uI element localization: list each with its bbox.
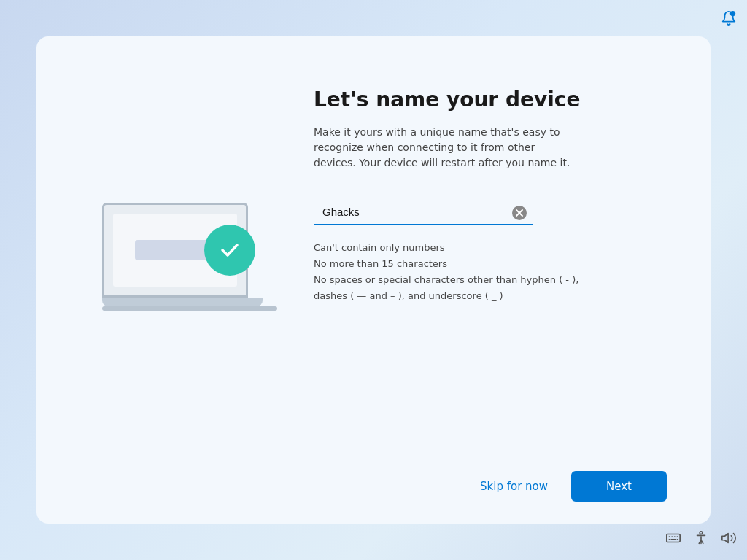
- illustration-area: [80, 80, 285, 442]
- page-title: Let's name your device: [314, 88, 667, 112]
- taskbar-icons: [665, 530, 737, 550]
- laptop-base: [102, 298, 263, 306]
- card-body: Let's name your device Make it yours wit…: [36, 36, 711, 456]
- rules-list: Can't contain only numbers No more than …: [314, 240, 605, 304]
- device-name-input[interactable]: [314, 200, 533, 225]
- check-badge: [204, 225, 255, 276]
- main-card: Let's name your device Make it yours wit…: [36, 36, 711, 524]
- laptop-illustration: [102, 203, 263, 319]
- accessibility-icon[interactable]: [693, 530, 709, 550]
- keyboard-icon[interactable]: [665, 530, 681, 550]
- card-footer: Skip for now Next: [36, 456, 711, 524]
- svg-rect-3: [667, 534, 680, 542]
- skip-for-now-button[interactable]: Skip for now: [468, 472, 560, 500]
- svg-point-11: [700, 532, 703, 534]
- rule-2: No more than 15 characters: [314, 256, 605, 272]
- laptop-bottom: [102, 306, 277, 311]
- clear-input-button[interactable]: [512, 206, 527, 220]
- rule-1: Can't contain only numbers: [314, 240, 605, 256]
- speaker-icon[interactable]: [721, 530, 737, 550]
- content-area: Let's name your device Make it yours wit…: [285, 80, 667, 442]
- svg-marker-12: [722, 534, 728, 543]
- laptop-input-mock: [135, 240, 215, 260]
- page-description: Make it yours with a unique name that's …: [314, 125, 576, 171]
- input-container: [314, 200, 533, 225]
- svg-point-0: [730, 11, 735, 16]
- rule-3: No spaces or special characters other th…: [314, 272, 605, 304]
- notification-icon[interactable]: [721, 10, 737, 30]
- next-button[interactable]: Next: [571, 471, 667, 502]
